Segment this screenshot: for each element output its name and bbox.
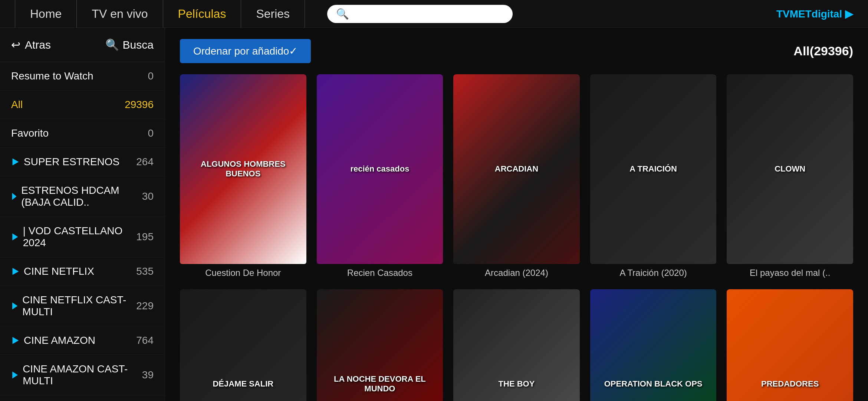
sidebar-item-2[interactable]: Favorito0 (0, 119, 165, 148)
movie-poster-0: ALGUNOS HOMBRES BUENOS (180, 74, 306, 264)
sidebar-header: ↩ Atras 🔍 Busca (0, 28, 165, 62)
sidebar-item-count-6: 535 (136, 265, 154, 277)
play-icon (11, 371, 19, 379)
movie-poster-3: A TRAICIÓN (590, 74, 717, 264)
movie-card-9[interactable]: PREDADORESPredadores (2017) (727, 289, 853, 401)
play-icon (11, 267, 20, 276)
play-icon (11, 157, 20, 166)
movie-card-7[interactable]: THE BOYEl niño (2016) (453, 289, 580, 401)
logo: TVMETdigital ▶ (776, 8, 853, 20)
search-icon: 🔍 (105, 38, 119, 51)
poster-label-7: THE BOY (460, 376, 573, 392)
movie-card-3[interactable]: A TRAICIÓNA Traición (2020) (590, 74, 717, 278)
sidebar-item-6[interactable]: CINE NETFLIX535 (0, 257, 165, 286)
header: HomeTV en vivoPelículasSeries 🔍 TVMETdig… (0, 0, 868, 28)
search-icon: 🔍 (336, 8, 349, 20)
poster-label-0: ALGUNOS HOMBRES BUENOS (186, 156, 300, 182)
body-layout: ↩ Atras 🔍 Busca Resume to Watch0All29396… (0, 28, 868, 401)
nav-item-series[interactable]: Series (241, 0, 305, 28)
poster-label-8: OPERATION BLACK OPS (596, 376, 710, 392)
poster-label-6: LA NOCHE DEVORA EL MUNDO (323, 371, 437, 397)
sidebar-item-count-3: 264 (136, 156, 154, 168)
sidebar-item-label-0: Resume to Watch (11, 70, 93, 82)
sidebar-item-label-8: CINE AMAZON (11, 335, 95, 346)
sidebar-item-label-7: CINE NETFLIX CAST-MULTI (11, 294, 136, 318)
movie-card-0[interactable]: ALGUNOS HOMBRES BUENOSCuestion De Honor (180, 74, 306, 278)
poster-label-1: recién casados (323, 161, 437, 177)
search-button[interactable]: 🔍 Busca (105, 38, 154, 51)
sidebar-item-5[interactable]: | VOD CASTELLANO 2024195 (0, 217, 165, 257)
nav-bar: HomeTV en vivoPelículasSeries (15, 0, 305, 28)
nav-item-películas[interactable]: Películas (163, 0, 241, 28)
sidebar-item-count-7: 229 (136, 300, 154, 312)
sidebar-item-label-6: CINE NETFLIX (11, 265, 94, 277)
sidebar-item-count-9: 39 (142, 369, 154, 381)
sidebar-item-3[interactable]: SUPER ESTRENOS264 (0, 148, 165, 176)
movie-poster-8: OPERATION BLACK OPS (590, 289, 717, 401)
movies-grid: ALGUNOS HOMBRES BUENOSCuestion De Honorr… (180, 74, 853, 401)
main-toolbar: Ordenar por añadido✓ All(29396) (180, 39, 853, 63)
movie-title-4: El payaso del mal (.. (727, 268, 853, 278)
movie-poster-5: DÉJAME SALIR (180, 289, 306, 401)
movie-title-3: A Traición (2020) (590, 268, 717, 278)
sidebar-item-count-1: 29396 (125, 99, 154, 111)
sidebar-item-8[interactable]: CINE AMAZON764 (0, 326, 165, 355)
sidebar-item-count-2: 0 (148, 127, 154, 139)
movie-title-2: Arcadian (2024) (453, 268, 580, 278)
poster-label-5: DÉJAME SALIR (186, 376, 300, 392)
nav-item-home[interactable]: Home (15, 0, 77, 28)
poster-label-2: ARCADIAN (460, 161, 573, 177)
sidebar-item-10[interactable]: CINE DISNEY859 (0, 395, 165, 401)
sidebar-items: Resume to Watch0All29396Favorito0SUPER E… (0, 62, 165, 401)
search-input[interactable] (354, 8, 504, 20)
play-icon (11, 301, 19, 310)
movie-card-5[interactable]: DÉJAME SALIR¡Huye! (2017) (180, 289, 306, 401)
movie-card-1[interactable]: recién casadosRecien Casados (317, 74, 443, 278)
sidebar-item-count-0: 0 (148, 70, 154, 82)
back-label: Atras (25, 39, 51, 51)
movie-poster-9: PREDADORES (727, 289, 853, 401)
sidebar-item-label-4: ESTRENOS HDCAM (BAJA CALID.. (11, 185, 142, 208)
movie-poster-2: ARCADIAN (453, 74, 580, 264)
sidebar: ↩ Atras 🔍 Busca Resume to Watch0All29396… (0, 28, 165, 401)
sidebar-item-7[interactable]: CINE NETFLIX CAST-MULTI229 (0, 286, 165, 326)
movie-poster-1: recién casados (317, 74, 443, 264)
sidebar-item-9[interactable]: CINE AMAZON CAST-MULTI39 (0, 355, 165, 395)
search-bar[interactable]: 🔍 (327, 5, 513, 23)
main-content: Ordenar por añadido✓ All(29396) ALGUNOS … (165, 28, 868, 401)
movie-poster-6: LA NOCHE DEVORA EL MUNDO (317, 289, 443, 401)
play-icon (11, 336, 20, 345)
sort-button[interactable]: Ordenar por añadido✓ (180, 39, 311, 63)
poster-label-9: PREDADORES (733, 376, 847, 392)
movie-card-2[interactable]: ARCADIANArcadian (2024) (453, 74, 580, 278)
movie-card-8[interactable]: OPERATION BLACK OPSOperation Black O.. (590, 289, 717, 401)
poster-label-4: CLOWN (733, 161, 847, 177)
movie-card-4[interactable]: CLOWNEl payaso del mal (.. (727, 74, 853, 278)
sidebar-item-0[interactable]: Resume to Watch0 (0, 62, 165, 91)
sidebar-item-label-3: SUPER ESTRENOS (11, 156, 119, 168)
poster-label-3: A TRAICIÓN (596, 161, 710, 177)
movie-title-1: Recien Casados (317, 268, 443, 278)
movie-poster-4: CLOWN (727, 74, 853, 264)
sidebar-item-count-8: 764 (136, 335, 154, 346)
back-button[interactable]: ↩ Atras (11, 38, 51, 51)
sidebar-item-label-5: | VOD CASTELLANO 2024 (11, 225, 136, 249)
sidebar-item-4[interactable]: ESTRENOS HDCAM (BAJA CALID..30 (0, 176, 165, 217)
search-label: Busca (123, 39, 154, 51)
sidebar-item-1[interactable]: All29396 (0, 91, 165, 119)
nav-item-tv-en-vivo[interactable]: TV en vivo (77, 0, 163, 28)
play-icon (11, 192, 17, 201)
movie-title-0: Cuestion De Honor (180, 268, 306, 278)
sidebar-item-count-4: 30 (142, 190, 154, 202)
sidebar-item-count-5: 195 (136, 231, 154, 243)
play-icon (11, 232, 19, 241)
sidebar-item-label-2: Favorito (11, 127, 49, 139)
sidebar-item-label-1: All (11, 99, 23, 111)
movie-card-6[interactable]: LA NOCHE DEVORA EL MUNDOLa noche devoró … (317, 289, 443, 401)
sidebar-item-label-9: CINE AMAZON CAST-MULTI (11, 363, 142, 387)
movie-poster-7: THE BOY (453, 289, 580, 401)
total-count: All(29396) (793, 44, 853, 58)
back-icon: ↩ (11, 38, 20, 51)
